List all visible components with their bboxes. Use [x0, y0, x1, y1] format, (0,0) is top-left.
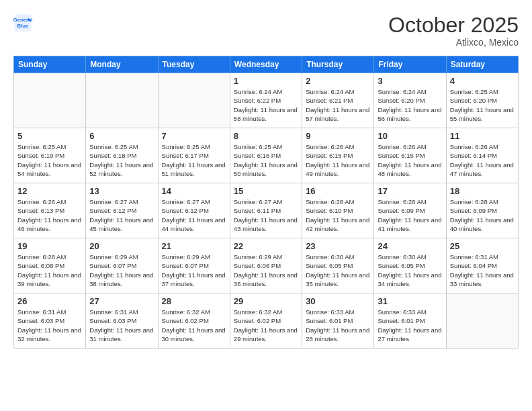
day-info: Sunrise: 6:26 AM Sunset: 6:15 PM Dayligh…	[306, 142, 370, 178]
month-title: October 2025	[388, 13, 519, 37]
day-number: 4	[450, 76, 515, 86]
day-number: 30	[306, 296, 370, 306]
day-info: Sunrise: 6:25 AM Sunset: 6:16 PM Dayligh…	[234, 142, 298, 178]
day-info: Sunrise: 6:32 AM Sunset: 6:02 PM Dayligh…	[162, 308, 226, 343]
day-number: 13	[89, 186, 154, 196]
page: General Blue October 2025 Atlixco, Mexic…	[0, 0, 532, 411]
day-info: Sunrise: 6:29 AM Sunset: 6:07 PM Dayligh…	[162, 253, 226, 288]
header-friday: Friday	[374, 56, 446, 73]
table-row: 20Sunrise: 6:29 AM Sunset: 6:07 PM Dayli…	[86, 238, 158, 293]
day-number: 10	[378, 131, 442, 141]
day-number: 16	[306, 186, 370, 196]
day-info: Sunrise: 6:27 AM Sunset: 6:12 PM Dayligh…	[89, 197, 154, 233]
day-number: 24	[378, 241, 442, 251]
day-info: Sunrise: 6:28 AM Sunset: 6:08 PM Dayligh…	[17, 253, 82, 288]
day-info: Sunrise: 6:26 AM Sunset: 6:13 PM Dayligh…	[17, 197, 82, 233]
day-number: 9	[306, 131, 370, 141]
logo-icon: General Blue	[13, 13, 32, 32]
table-row: 3Sunrise: 6:24 AM Sunset: 6:20 PM Daylig…	[374, 73, 446, 128]
table-row	[14, 73, 86, 128]
day-info: Sunrise: 6:24 AM Sunset: 6:22 PM Dayligh…	[234, 87, 298, 123]
table-row: 9Sunrise: 6:26 AM Sunset: 6:15 PM Daylig…	[302, 128, 374, 183]
table-row: 8Sunrise: 6:25 AM Sunset: 6:16 PM Daylig…	[230, 128, 302, 183]
table-row: 26Sunrise: 6:31 AM Sunset: 6:03 PM Dayli…	[14, 293, 86, 349]
calendar: Sunday Monday Tuesday Wednesday Thursday…	[13, 56, 519, 349]
day-info: Sunrise: 6:30 AM Sunset: 6:05 PM Dayligh…	[378, 253, 442, 288]
day-number: 27	[89, 296, 154, 306]
day-info: Sunrise: 6:31 AM Sunset: 6:04 PM Dayligh…	[450, 253, 515, 288]
table-row: 16Sunrise: 6:28 AM Sunset: 6:10 PM Dayli…	[302, 183, 374, 238]
table-row: 29Sunrise: 6:32 AM Sunset: 6:02 PM Dayli…	[230, 293, 302, 349]
day-info: Sunrise: 6:25 AM Sunset: 6:20 PM Dayligh…	[450, 87, 515, 123]
table-row	[158, 73, 230, 128]
day-info: Sunrise: 6:25 AM Sunset: 6:19 PM Dayligh…	[17, 142, 82, 178]
day-number: 23	[306, 241, 370, 251]
table-row: 12Sunrise: 6:26 AM Sunset: 6:13 PM Dayli…	[14, 183, 86, 238]
table-row: 14Sunrise: 6:27 AM Sunset: 6:12 PM Dayli…	[158, 183, 230, 238]
header-sunday: Sunday	[14, 56, 86, 73]
day-number: 11	[450, 131, 515, 141]
table-row: 4Sunrise: 6:25 AM Sunset: 6:20 PM Daylig…	[446, 73, 518, 128]
table-row: 7Sunrise: 6:25 AM Sunset: 6:17 PM Daylig…	[158, 128, 230, 183]
table-row: 6Sunrise: 6:25 AM Sunset: 6:18 PM Daylig…	[86, 128, 158, 183]
table-row: 30Sunrise: 6:33 AM Sunset: 6:01 PM Dayli…	[302, 293, 374, 349]
day-number: 15	[234, 186, 298, 196]
table-row: 25Sunrise: 6:31 AM Sunset: 6:04 PM Dayli…	[446, 238, 518, 293]
header-tuesday: Tuesday	[158, 56, 230, 73]
table-row	[86, 73, 158, 128]
day-info: Sunrise: 6:26 AM Sunset: 6:14 PM Dayligh…	[450, 142, 515, 178]
header-saturday: Saturday	[446, 56, 518, 73]
table-row	[446, 293, 518, 349]
header: General Blue October 2025 Atlixco, Mexic…	[13, 13, 519, 48]
day-info: Sunrise: 6:31 AM Sunset: 6:03 PM Dayligh…	[17, 308, 82, 343]
day-info: Sunrise: 6:33 AM Sunset: 6:01 PM Dayligh…	[378, 308, 442, 343]
day-info: Sunrise: 6:24 AM Sunset: 6:20 PM Dayligh…	[378, 87, 442, 123]
subtitle: Atlixco, Mexico	[388, 37, 519, 48]
calendar-week-1: 5Sunrise: 6:25 AM Sunset: 6:19 PM Daylig…	[14, 128, 519, 183]
header-wednesday: Wednesday	[230, 56, 302, 73]
day-info: Sunrise: 6:30 AM Sunset: 6:05 PM Dayligh…	[306, 253, 370, 288]
title-block: October 2025 Atlixco, Mexico	[388, 13, 519, 48]
day-number: 3	[378, 76, 442, 86]
day-info: Sunrise: 6:29 AM Sunset: 6:06 PM Dayligh…	[234, 253, 298, 288]
calendar-week-0: 1Sunrise: 6:24 AM Sunset: 6:22 PM Daylig…	[14, 73, 519, 128]
day-number: 7	[162, 131, 226, 141]
day-number: 1	[234, 76, 298, 86]
table-row: 21Sunrise: 6:29 AM Sunset: 6:07 PM Dayli…	[158, 238, 230, 293]
table-row: 19Sunrise: 6:28 AM Sunset: 6:08 PM Dayli…	[14, 238, 86, 293]
table-row: 11Sunrise: 6:26 AM Sunset: 6:14 PM Dayli…	[446, 128, 518, 183]
calendar-week-3: 19Sunrise: 6:28 AM Sunset: 6:08 PM Dayli…	[14, 238, 519, 293]
table-row: 17Sunrise: 6:28 AM Sunset: 6:09 PM Dayli…	[374, 183, 446, 238]
day-number: 12	[17, 186, 82, 196]
day-number: 8	[234, 131, 298, 141]
day-info: Sunrise: 6:29 AM Sunset: 6:07 PM Dayligh…	[89, 253, 154, 288]
header-monday: Monday	[86, 56, 158, 73]
day-info: Sunrise: 6:25 AM Sunset: 6:18 PM Dayligh…	[89, 142, 154, 178]
calendar-week-4: 26Sunrise: 6:31 AM Sunset: 6:03 PM Dayli…	[14, 293, 519, 349]
day-number: 2	[306, 76, 370, 86]
day-info: Sunrise: 6:28 AM Sunset: 6:09 PM Dayligh…	[378, 197, 442, 233]
day-number: 5	[17, 131, 82, 141]
table-row: 13Sunrise: 6:27 AM Sunset: 6:12 PM Dayli…	[86, 183, 158, 238]
day-info: Sunrise: 6:27 AM Sunset: 6:12 PM Dayligh…	[162, 197, 226, 233]
day-number: 17	[378, 186, 442, 196]
day-number: 28	[162, 296, 226, 306]
day-number: 18	[450, 186, 515, 196]
table-row: 15Sunrise: 6:27 AM Sunset: 6:11 PM Dayli…	[230, 183, 302, 238]
table-row: 22Sunrise: 6:29 AM Sunset: 6:06 PM Dayli…	[230, 238, 302, 293]
table-row: 1Sunrise: 6:24 AM Sunset: 6:22 PM Daylig…	[230, 73, 302, 128]
day-number: 29	[234, 296, 298, 306]
day-info: Sunrise: 6:27 AM Sunset: 6:11 PM Dayligh…	[234, 197, 298, 233]
table-row: 31Sunrise: 6:33 AM Sunset: 6:01 PM Dayli…	[374, 293, 446, 349]
table-row: 23Sunrise: 6:30 AM Sunset: 6:05 PM Dayli…	[302, 238, 374, 293]
table-row: 24Sunrise: 6:30 AM Sunset: 6:05 PM Dayli…	[374, 238, 446, 293]
day-number: 6	[89, 131, 154, 141]
day-number: 25	[450, 241, 515, 251]
table-row: 5Sunrise: 6:25 AM Sunset: 6:19 PM Daylig…	[14, 128, 86, 183]
table-row: 18Sunrise: 6:28 AM Sunset: 6:09 PM Dayli…	[446, 183, 518, 238]
table-row: 10Sunrise: 6:26 AM Sunset: 6:15 PM Dayli…	[374, 128, 446, 183]
day-number: 19	[17, 241, 82, 251]
header-thursday: Thursday	[302, 56, 374, 73]
day-number: 20	[89, 241, 154, 251]
day-info: Sunrise: 6:24 AM Sunset: 6:21 PM Dayligh…	[306, 87, 370, 123]
